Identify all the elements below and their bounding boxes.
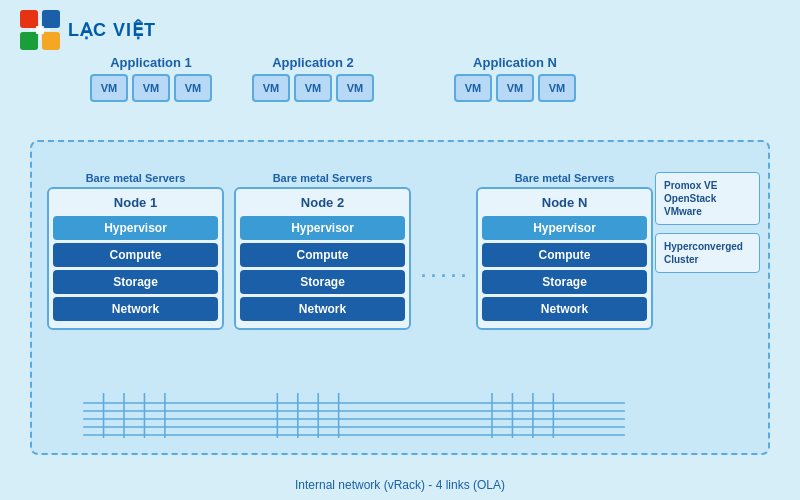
svg-rect-0: [20, 10, 38, 28]
node-box-1: Node 1 Hypervisor Compute Storage Networ…: [47, 187, 224, 330]
node-2-storage: Storage: [240, 270, 405, 294]
nodes-container: Bare metal Servers Node 1 Hypervisor Com…: [47, 172, 653, 330]
node-2-hypervisor: Hypervisor: [240, 216, 405, 240]
vm-n-1: VM: [454, 74, 492, 102]
vm-n-3: VM: [538, 74, 576, 102]
node-group-1: Bare metal Servers Node 1 Hypervisor Com…: [47, 172, 224, 330]
node-1-compute: Compute: [53, 243, 218, 267]
app-n-vms: VM VM VM: [454, 74, 576, 102]
node-group-n: Bare metal Servers Node N Hypervisor Com…: [476, 172, 653, 330]
node-1-hypervisor: Hypervisor: [53, 216, 218, 240]
app-group-2: Application 2 VM VM VM: [252, 55, 374, 102]
logo-area: LẠC VIỆT: [20, 10, 156, 50]
node-n-compute: Compute: [482, 243, 647, 267]
node-2-title: Node 2: [240, 193, 405, 212]
app-2-vms: VM VM VM: [252, 74, 374, 102]
right-label-hyperconverged: HyperconvergedCluster: [655, 233, 760, 273]
logo-icon: [20, 10, 60, 50]
vm-1-3: VM: [174, 74, 212, 102]
node-2-network: Network: [240, 297, 405, 321]
node-1-title: Node 1: [53, 193, 218, 212]
svg-rect-2: [20, 32, 38, 50]
svg-rect-3: [42, 32, 60, 50]
logo-text: LẠC VIỆT: [68, 19, 156, 41]
vm-2-1: VM: [252, 74, 290, 102]
vm-1-1: VM: [90, 74, 128, 102]
apps-row: Application 1 VM VM VM Application 2 VM …: [90, 55, 680, 102]
svg-rect-1: [42, 10, 60, 28]
bare-metal-label-2: Bare metal Servers: [273, 172, 373, 184]
app-n-label: Application N: [473, 55, 557, 70]
connection-lines-svg: [32, 393, 768, 453]
node-box-n: Node N Hypervisor Compute Storage Networ…: [476, 187, 653, 330]
dots-separator: · · · · ·: [421, 172, 466, 330]
node-n-title: Node N: [482, 193, 647, 212]
node-1-network: Network: [53, 297, 218, 321]
bare-metal-label-n: Bare metal Servers: [515, 172, 615, 184]
diagram-area: Bare metal Servers Node 1 Hypervisor Com…: [30, 140, 770, 455]
vm-2-2: VM: [294, 74, 332, 102]
bare-metal-label-1: Bare metal Servers: [86, 172, 186, 184]
app-group-n: Application N VM VM VM: [454, 55, 576, 102]
app-group-1: Application 1 VM VM VM: [90, 55, 212, 102]
internal-network-label: Internal network (vRack) - 4 links (OLA): [0, 478, 800, 492]
app-1-vms: VM VM VM: [90, 74, 212, 102]
vm-1-2: VM: [132, 74, 170, 102]
node-n-hypervisor: Hypervisor: [482, 216, 647, 240]
vm-2-3: VM: [336, 74, 374, 102]
app-1-label: Application 1: [110, 55, 192, 70]
right-label-promox: Promox VEOpenStack VMware: [655, 172, 760, 225]
vm-n-2: VM: [496, 74, 534, 102]
node-2-compute: Compute: [240, 243, 405, 267]
node-group-2: Bare metal Servers Node 2 Hypervisor Com…: [234, 172, 411, 330]
node-1-storage: Storage: [53, 270, 218, 294]
app-2-label: Application 2: [272, 55, 354, 70]
node-box-2: Node 2 Hypervisor Compute Storage Networ…: [234, 187, 411, 330]
node-n-storage: Storage: [482, 270, 647, 294]
right-labels: Promox VEOpenStack VMware Hyperconverged…: [655, 172, 760, 273]
node-n-network: Network: [482, 297, 647, 321]
